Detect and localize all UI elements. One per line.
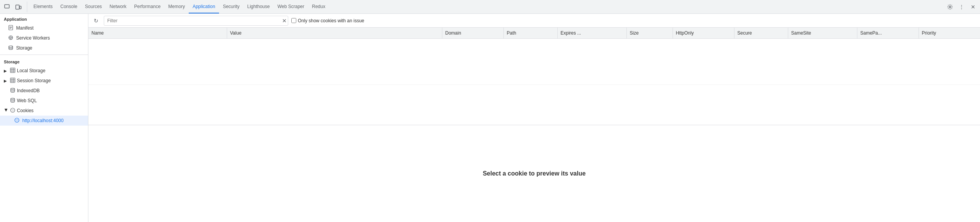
- filter-input-wrap: ✕: [104, 16, 288, 26]
- local-storage-arrow-icon: ▶: [4, 69, 8, 73]
- tab-console[interactable]: Console: [56, 0, 81, 13]
- close-devtools-icon[interactable]: ✕: [968, 2, 978, 12]
- filter-clear-button[interactable]: ✕: [282, 18, 287, 23]
- web-sql-icon: [10, 98, 15, 104]
- tab-elements[interactable]: Elements: [30, 0, 56, 13]
- storage-section-header: Storage: [0, 56, 88, 66]
- only-show-issues-text: Only show cookies with an issue: [298, 18, 364, 23]
- tab-sources[interactable]: Sources: [81, 0, 106, 13]
- svg-point-29: [13, 109, 13, 110]
- local-storage-label: Local Storage: [17, 68, 45, 73]
- main-layout: Application Manifest: [0, 14, 980, 222]
- svg-point-14: [9, 46, 13, 47]
- empty-row: [88, 38, 980, 84]
- col-httponly[interactable]: HttpOnly: [673, 28, 734, 38]
- tab-memory[interactable]: Memory: [164, 0, 189, 13]
- more-options-icon[interactable]: ⋮: [956, 2, 967, 12]
- svg-point-26: [11, 98, 15, 99]
- sidebar-item-session-storage[interactable]: ▶ Session Storage: [0, 76, 88, 86]
- filter-bar: ↻ ✕ Only show cookies with an issue: [88, 14, 980, 28]
- sidebar-item-local-storage[interactable]: ▶ Local Storage: [0, 66, 88, 76]
- device-toolbar-icon[interactable]: [13, 2, 24, 12]
- preview-text: Select a cookie to preview its value: [483, 170, 586, 177]
- sidebar-item-manifest[interactable]: Manifest: [0, 23, 88, 33]
- cookies-arrow-icon: ▶: [4, 108, 8, 113]
- col-value[interactable]: Value: [227, 28, 442, 38]
- svg-point-28: [12, 109, 12, 110]
- tab-security[interactable]: Security: [219, 0, 243, 13]
- col-name[interactable]: Name: [88, 28, 227, 38]
- preview-area: Select a cookie to preview its value: [88, 125, 980, 222]
- settings-icon[interactable]: [945, 2, 955, 12]
- session-storage-icon: [10, 78, 15, 84]
- sidebar-item-web-sql[interactable]: ▶ Web SQL: [0, 96, 88, 106]
- svg-point-34: [17, 119, 18, 120]
- col-path[interactable]: Path: [503, 28, 557, 38]
- localhost-label: http://localhost:4000: [22, 118, 63, 123]
- filter-input[interactable]: [104, 16, 288, 26]
- storage-icon: [8, 45, 14, 51]
- session-storage-label: Session Storage: [17, 78, 51, 83]
- only-show-issues-checkbox[interactable]: [291, 18, 296, 23]
- empty-cell: [88, 38, 980, 84]
- service-workers-icon: [8, 35, 14, 41]
- sidebar-item-localhost[interactable]: http://localhost:4000: [0, 116, 88, 126]
- top-bar: Elements Console Sources Network Perform…: [0, 0, 980, 14]
- tab-performance[interactable]: Performance: [130, 0, 164, 13]
- svg-rect-1: [16, 5, 19, 9]
- col-expires[interactable]: Expires ...: [557, 28, 626, 38]
- svg-point-31: [13, 110, 14, 111]
- indexeddb-icon: [10, 88, 15, 94]
- top-bar-icons: [2, 2, 27, 12]
- svg-point-3: [949, 6, 951, 8]
- col-samepa[interactable]: SamePa...: [857, 28, 919, 38]
- svg-point-27: [11, 108, 15, 112]
- cookies-table: Name Value Domain Path Expires ... Size …: [88, 28, 980, 85]
- tab-redux[interactable]: Redux: [308, 0, 329, 13]
- top-bar-right: ⋮ ✕: [945, 2, 978, 12]
- web-sql-label: Web SQL: [17, 98, 37, 103]
- sidebar-item-indexeddb[interactable]: ▶ IndexedDB: [0, 86, 88, 96]
- cursor-icon[interactable]: [2, 2, 12, 12]
- indexeddb-label: IndexedDB: [17, 88, 40, 93]
- svg-rect-15: [10, 68, 15, 73]
- svg-point-35: [17, 121, 17, 121]
- sidebar-item-service-workers[interactable]: Service Workers: [0, 33, 88, 43]
- only-show-issues-label[interactable]: Only show cookies with an issue: [291, 18, 364, 23]
- cookies-icon: [10, 108, 15, 114]
- svg-point-33: [16, 119, 17, 120]
- devtools-container: Elements Console Sources Network Perform…: [0, 0, 980, 222]
- sidebar: Application Manifest: [0, 14, 88, 222]
- col-secure[interactable]: Secure: [734, 28, 788, 38]
- tab-network[interactable]: Network: [106, 0, 130, 13]
- col-samesite[interactable]: SameSite: [788, 28, 857, 38]
- sidebar-item-storage[interactable]: Storage: [0, 43, 88, 53]
- tab-application[interactable]: Application: [189, 0, 219, 13]
- tab-webscraper[interactable]: Web Scraper: [274, 0, 308, 13]
- local-storage-icon: [10, 68, 15, 74]
- manifest-icon: [8, 25, 14, 31]
- col-size[interactable]: Size: [626, 28, 673, 38]
- table-header: Name Value Domain Path Expires ... Size …: [88, 28, 980, 38]
- application-section-header: Application: [0, 14, 88, 23]
- col-domain[interactable]: Domain: [442, 28, 503, 38]
- svg-rect-20: [10, 78, 15, 83]
- refresh-button[interactable]: ↻: [91, 16, 101, 25]
- svg-point-30: [12, 111, 13, 111]
- svg-point-9: [10, 37, 12, 38]
- session-storage-arrow-icon: ▶: [4, 79, 8, 83]
- table-body: [88, 38, 980, 84]
- cookies-label: Cookies: [17, 108, 33, 113]
- right-panel: ↻ ✕ Only show cookies with an issue Name: [88, 14, 980, 222]
- tab-list: Elements Console Sources Network Perform…: [30, 0, 329, 13]
- sidebar-divider: [0, 55, 88, 55]
- service-workers-label: Service Workers: [16, 35, 50, 41]
- sidebar-item-cookies[interactable]: ▶ Cookies: [0, 106, 88, 116]
- storage-label: Storage: [16, 45, 32, 51]
- manifest-label: Manifest: [16, 25, 33, 31]
- svg-rect-0: [5, 5, 9, 8]
- tab-lighthouse[interactable]: Lighthouse: [243, 0, 274, 13]
- svg-point-36: [18, 120, 18, 121]
- col-priority[interactable]: Priority: [919, 28, 980, 38]
- cookies-table-container: Name Value Domain Path Expires ... Size …: [88, 28, 980, 125]
